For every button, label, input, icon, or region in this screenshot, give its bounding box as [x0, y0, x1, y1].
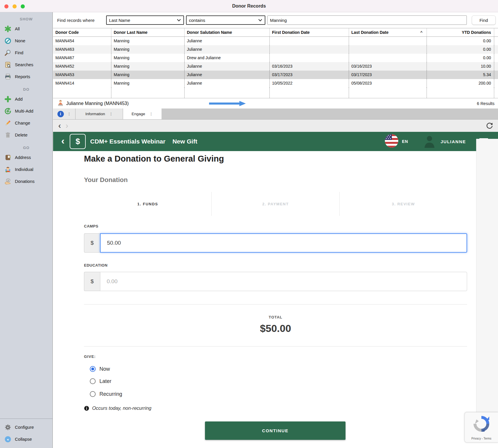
- table-cell: MANN453: [53, 71, 111, 79]
- table-row[interactable]: MANN453ManningJulianne03/17/202303/17/20…: [53, 71, 498, 79]
- sort-indicator-icon: ^: [420, 28, 422, 36]
- kebab-menu-icon[interactable]: ⋮: [109, 112, 113, 116]
- find-records-label: Find records where: [57, 18, 106, 23]
- table-cell: Manning: [111, 71, 185, 79]
- sidebar-item-delete[interactable]: Delete: [0, 129, 52, 141]
- person-icon: [4, 166, 12, 173]
- info-circle-icon: [84, 406, 89, 411]
- give-option-now[interactable]: Now: [90, 364, 110, 374]
- refresh-icon[interactable]: [486, 122, 493, 130]
- table-cell: Manning: [111, 37, 185, 45]
- radio-button[interactable]: [90, 378, 96, 384]
- sidebar-item-label: Individual: [15, 167, 33, 172]
- radio-label: Later: [99, 378, 111, 384]
- tab-information[interactable]: Information ⋮: [76, 108, 123, 119]
- column-header-ytd[interactable]: YTD Donations: [427, 28, 494, 36]
- plus-icon: [4, 95, 12, 103]
- step-review: 3. REVIEW: [339, 192, 467, 216]
- saved-search-icon: [4, 61, 12, 69]
- sidebar-item-collapse[interactable]: « Collapse: [0, 433, 52, 445]
- table-row[interactable]: MANN452ManningJuilanne03/16/202303/16/20…: [53, 62, 498, 71]
- radio-button[interactable]: [90, 391, 96, 397]
- sidebar-item-none[interactable]: None: [0, 35, 52, 47]
- sidebar-item-address[interactable]: Address: [0, 151, 52, 163]
- give-option-later[interactable]: Later: [90, 376, 111, 386]
- field-select-value: Last Name: [109, 18, 130, 23]
- kebab-menu-icon[interactable]: ⋮: [149, 112, 153, 116]
- table-cell: [349, 88, 427, 98]
- education-amount-input[interactable]: [100, 272, 467, 291]
- sidebar-item-find[interactable]: Find: [0, 47, 52, 59]
- search-input[interactable]: [267, 15, 467, 25]
- sidebar-item-donations[interactable]: $ Donations: [0, 175, 52, 187]
- sidebar-item-change[interactable]: Change: [0, 117, 52, 129]
- sidebar-item-all[interactable]: All: [0, 23, 52, 35]
- table-cell: 0.00: [427, 45, 494, 54]
- schedule-note-text: Occurs today, non-recurring: [92, 405, 151, 411]
- tab-strip: i ⋮ Information ⋮ Engage ⋮: [53, 108, 498, 120]
- back-arrow-icon[interactable]: ‹: [58, 122, 61, 130]
- user-name-label[interactable]: JULIANNE: [441, 139, 466, 144]
- give-option-recurring[interactable]: Recurring: [90, 389, 122, 399]
- table-cell: [270, 54, 349, 62]
- table-cell: MANN454: [53, 37, 111, 45]
- table-cell: 03/17/2023: [270, 71, 349, 79]
- svg-text:$: $: [8, 179, 9, 182]
- trash-icon: [4, 131, 12, 139]
- table-row[interactable]: MANN463ManningJulianne0.00: [53, 45, 498, 54]
- table-cell: [349, 45, 427, 54]
- sidebar-item-label: None: [15, 38, 25, 43]
- table-row[interactable]: MANN454ManningJulianne0.00: [53, 37, 498, 45]
- table-cell: 05/08/2023: [349, 79, 427, 88]
- table-cell: 03/16/2023: [270, 62, 349, 71]
- table-cell: 200.00: [427, 79, 494, 88]
- recaptcha-badge[interactable]: Privacy - Terms: [464, 412, 498, 442]
- sidebar-item-label: Add: [15, 97, 23, 102]
- selected-record-label: Julianne Manning (MANN453): [66, 101, 129, 106]
- tab-label: Engage: [131, 112, 145, 116]
- sidebar-item-multi-add[interactable]: Multi-Add: [0, 105, 52, 117]
- radio-button[interactable]: [90, 366, 96, 372]
- camps-amount-input[interactable]: [100, 233, 467, 253]
- step-funds[interactable]: 1. FUNDS: [84, 192, 211, 216]
- engage-page-title: New Gift: [172, 138, 197, 145]
- language-label[interactable]: EN: [402, 139, 408, 144]
- sidebar-section-go: GO: [0, 144, 52, 151]
- column-header-salutation[interactable]: Donor Salutation Name: [185, 28, 270, 36]
- table-cell: 0.00: [427, 54, 494, 62]
- table-empty-space: [53, 88, 498, 98]
- asterisk-icon: [4, 25, 12, 33]
- sidebar-item-individual[interactable]: Individual: [0, 163, 52, 175]
- sidebar-item-configure[interactable]: Configure: [0, 421, 52, 433]
- kebab-menu-icon[interactable]: ⋮: [67, 112, 71, 116]
- table-cell: [185, 88, 270, 98]
- operator-select[interactable]: contains: [186, 15, 265, 25]
- tab-info[interactable]: i ⋮: [53, 108, 76, 119]
- main-area: Find records where Last Name contains Fi…: [53, 12, 498, 448]
- dollar-badge-icon: $: [70, 134, 86, 149]
- recaptcha-privacy-terms[interactable]: Privacy - Terms: [465, 437, 498, 440]
- field-select[interactable]: Last Name: [106, 15, 184, 25]
- column-header-last-donation[interactable]: Last Donation Date^: [349, 28, 427, 36]
- column-header-last-name[interactable]: Donor Last Name: [111, 28, 185, 36]
- us-flag-icon[interactable]: [385, 134, 398, 149]
- find-button[interactable]: Find: [472, 15, 496, 25]
- table-row[interactable]: MANN414ManningJulianne10/05/202205/08/20…: [53, 79, 498, 88]
- table-cell: MANN452: [53, 62, 111, 71]
- table-cell: Julianne: [185, 71, 270, 79]
- continue-button[interactable]: CONTINUE: [205, 421, 346, 440]
- camps-field: $: [84, 233, 467, 253]
- divider: [84, 346, 467, 346]
- table-cell: 5.34: [427, 71, 494, 79]
- forward-arrow-icon[interactable]: ›: [66, 122, 68, 130]
- table-cell: Manning: [111, 54, 185, 62]
- sidebar-item-searches[interactable]: Searches: [0, 59, 52, 71]
- sidebar-item-reports[interactable]: Reports: [0, 71, 52, 83]
- tab-engage[interactable]: Engage ⋮: [123, 108, 162, 119]
- column-header-donor-code[interactable]: Donor Code: [53, 28, 111, 36]
- multi-add-icon: [4, 107, 12, 115]
- table-row[interactable]: MANN467ManningDrew and Julianne0.00: [53, 54, 498, 62]
- engage-back-icon[interactable]: ‹: [61, 137, 64, 145]
- column-header-first-donation[interactable]: First Donation Date: [270, 28, 349, 36]
- sidebar-item-add[interactable]: Add: [0, 93, 52, 105]
